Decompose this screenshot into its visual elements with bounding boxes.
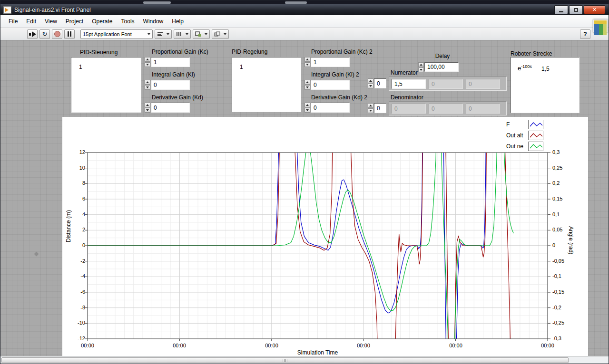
help-icon: ? — [583, 31, 587, 38]
menu-item-help[interactable]: Help — [167, 16, 188, 27]
numerator-element-2: 0 — [466, 79, 500, 89]
denominator-index-field[interactable]: 0 — [374, 103, 386, 113]
deriv-gain2-field[interactable]: 0 — [311, 103, 350, 113]
legend-item[interactable]: Out ne — [506, 141, 543, 152]
font-selector[interactable]: 15pt Application Font — [80, 29, 153, 39]
increment-icon[interactable] — [418, 62, 424, 67]
increment-icon[interactable] — [368, 103, 373, 108]
increment-icon[interactable] — [145, 103, 150, 107]
y-left-tick-label: -4 — [64, 273, 85, 279]
resize-objects-dropdown[interactable] — [193, 29, 210, 39]
increment-icon[interactable] — [368, 78, 373, 83]
abort-button[interactable] — [52, 29, 62, 39]
delay-label: Delay — [424, 53, 461, 59]
pause-icon — [70, 31, 71, 37]
increment-icon[interactable] — [145, 57, 150, 62]
pid-steuerung-display[interactable]: 1 — [71, 57, 141, 113]
run-button[interactable] — [27, 29, 38, 39]
transfer-function-formula: e-100s — [518, 64, 532, 72]
menu-item-file[interactable]: File — [4, 16, 22, 27]
labview-vi-icon — [3, 6, 11, 14]
menu-item-operate[interactable]: Operate — [88, 16, 117, 27]
close-button[interactable]: ✕ — [584, 5, 605, 14]
legend-item[interactable]: F — [506, 119, 543, 130]
increment-icon[interactable] — [304, 57, 310, 62]
run-continuously-button[interactable]: ↻ — [39, 29, 50, 39]
y-right-tick-label: 0,1 — [552, 211, 571, 217]
menu-item-project[interactable]: Project — [61, 16, 88, 27]
numerator-element-0[interactable]: 1,5 — [392, 79, 426, 89]
font-selector-value: 15pt Application Font — [83, 31, 132, 37]
decrement-icon[interactable] — [145, 85, 150, 90]
numerator-index-field[interactable]: 0 — [374, 78, 386, 88]
y-right-tick-label: -0,3 — [552, 335, 571, 341]
reorder-icon — [214, 31, 220, 37]
menu-item-tools[interactable]: Tools — [117, 16, 139, 27]
pid-regelung-display[interactable]: 1 — [232, 57, 301, 112]
deriv-gain2-spinner[interactable] — [304, 103, 310, 113]
prop-gain-spinner[interactable] — [145, 57, 150, 67]
deriv-gain2-label: Derivative Gain (Kd) 2 — [311, 94, 367, 101]
menu-bar: FileEditViewProjectOperateToolsWindowHel… — [0, 15, 609, 28]
y-left-tick-label: 4 — [64, 211, 85, 217]
denominator-index-spinner[interactable] — [368, 103, 373, 113]
pause-button[interactable] — [64, 29, 75, 39]
int-gain2-spinner[interactable] — [304, 80, 310, 90]
delay-spinner[interactable] — [418, 62, 424, 72]
y-right-tick-label: -0,05 — [552, 258, 571, 264]
decrement-icon[interactable] — [304, 85, 310, 90]
distribute-objects-dropdown[interactable] — [174, 29, 191, 39]
menu-item-view[interactable]: View — [40, 16, 61, 27]
decrement-icon[interactable] — [145, 108, 150, 113]
waveform-chart: FOut altOut ne Distance (m) Angle (rad) … — [62, 117, 588, 356]
decrement-icon[interactable] — [304, 62, 310, 67]
legend-plot-sample-icon — [528, 142, 543, 151]
denominator-element-2: 0 — [466, 104, 500, 114]
decrement-icon[interactable] — [368, 84, 373, 88]
transfer-function-gain: 1,5 — [541, 66, 550, 72]
roboter-strecke-display[interactable]: e-100s 1,5 — [511, 57, 580, 113]
decrement-icon[interactable] — [368, 108, 373, 113]
prop-gain-label: Proportional Gain (Kc) — [152, 48, 208, 55]
delay-field[interactable]: 100,00 — [424, 62, 459, 72]
numerator-label: Numerator — [391, 69, 418, 76]
y-right-tick-label: 0,2 — [552, 180, 571, 186]
menu-item-window[interactable]: Window — [139, 16, 168, 27]
y-right-tick-label: -0,25 — [552, 320, 571, 326]
y-left-tick-label: -12 — [64, 335, 85, 341]
prop-gain2-spinner[interactable] — [304, 57, 310, 67]
maximize-button[interactable] — [569, 5, 583, 14]
pause-icon — [68, 31, 69, 37]
context-help-button[interactable]: ? — [580, 29, 590, 39]
run-icon — [32, 31, 36, 37]
legend-label: F — [506, 121, 528, 128]
align-objects-dropdown[interactable] — [155, 29, 172, 39]
decrement-icon[interactable] — [304, 108, 310, 113]
deriv-gain-spinner[interactable] — [145, 103, 150, 113]
scrollbar-thumb[interactable] — [1, 357, 569, 363]
prop-gain-field[interactable]: 1 — [151, 57, 190, 67]
decrement-icon[interactable] — [418, 67, 424, 72]
run-continuously-icon: ↻ — [42, 31, 48, 37]
increment-icon[interactable] — [304, 103, 310, 107]
int-gain-spinner[interactable] — [145, 80, 150, 90]
increment-icon[interactable] — [145, 80, 150, 85]
minimize-button[interactable] — [554, 5, 568, 14]
title-bar[interactable]: Signal-ein-aus2.vi Front Panel ✕ — [0, 4, 609, 15]
horizontal-scrollbar[interactable] — [0, 356, 609, 364]
int-gain2-field[interactable]: 0 — [311, 80, 350, 90]
y-right-tick-label: 0 — [552, 242, 571, 248]
increment-icon[interactable] — [304, 80, 310, 85]
legend-item[interactable]: Out alt — [506, 130, 543, 141]
numerator-index-spinner[interactable] — [368, 78, 373, 88]
y-left-tick-label: 0 — [64, 242, 85, 248]
pid-steuerung-value: 1 — [79, 64, 82, 70]
y-right-tick-label: 0,25 — [552, 165, 571, 171]
decrement-icon[interactable] — [145, 62, 150, 67]
menu-item-edit[interactable]: Edit — [22, 16, 40, 27]
deriv-gain-field[interactable]: 0 — [151, 103, 190, 113]
prop-gain2-field[interactable]: 1 — [311, 57, 350, 67]
int-gain-field[interactable]: 0 — [151, 80, 190, 90]
reorder-dropdown[interactable] — [212, 29, 229, 39]
distribute-objects-icon — [176, 31, 182, 37]
